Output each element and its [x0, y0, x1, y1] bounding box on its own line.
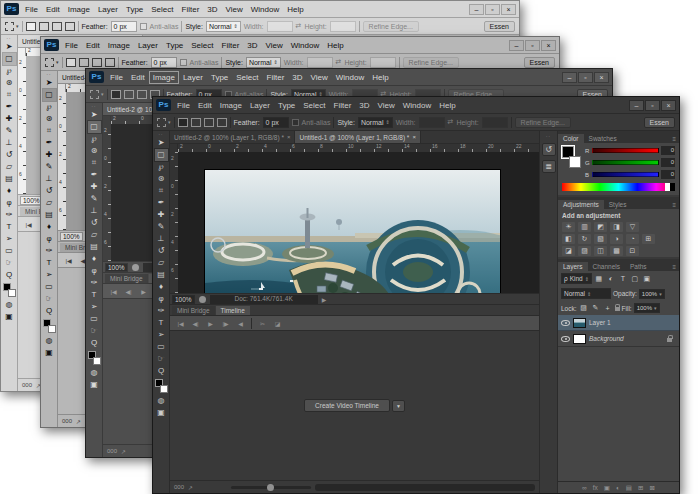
healing-brush-tool[interactable]: ✚ — [43, 149, 56, 161]
type-tool[interactable]: T — [155, 317, 168, 329]
clone-stamp-tool[interactable]: ⊥ — [88, 205, 101, 217]
height-field[interactable] — [370, 57, 396, 68]
clone-stamp-tool[interactable]: ⊥ — [3, 137, 16, 149]
lasso-tool[interactable]: ℘ — [88, 133, 101, 145]
lasso-tool[interactable]: ℘ — [155, 161, 168, 173]
menu-item-image[interactable]: Image — [64, 3, 94, 16]
blur-tool[interactable]: ♦ — [155, 281, 168, 293]
canvas-pasteboard[interactable] — [178, 152, 539, 293]
mini-bridge-icon[interactable] — [199, 296, 206, 303]
document-tab[interactable]: Untitled-2 @ 100% (Layer 1, RGB/8) *× — [170, 131, 295, 143]
ruler-corner[interactable] — [170, 144, 178, 152]
menu-item-edit[interactable]: Edit — [127, 71, 149, 84]
shortcut-arrow-icon[interactable]: ↗ — [188, 484, 193, 491]
path-selection-tool[interactable]: ➢ — [43, 269, 56, 281]
filter-shape-layers-icon[interactable]: ▢ — [630, 275, 640, 283]
gradient-tool[interactable]: ▤ — [3, 173, 16, 185]
menu-item-filter[interactable]: Filter — [178, 3, 204, 16]
height-field[interactable] — [482, 117, 508, 128]
tab-close-icon[interactable]: × — [412, 134, 416, 140]
brush-tool[interactable]: ✎ — [3, 125, 16, 137]
color-swatch-control[interactable] — [155, 379, 168, 393]
menu-item-file[interactable]: File — [21, 3, 42, 16]
path-selection-tool[interactable]: ➢ — [3, 233, 16, 245]
hand-tool[interactable]: ☞ — [88, 325, 101, 337]
add-to-selection-button[interactable] — [191, 118, 201, 127]
type-tool[interactable]: T — [3, 221, 16, 233]
menu-item-help[interactable]: Help — [435, 99, 459, 112]
brightness-contrast-icon[interactable]: ☀ — [562, 222, 575, 232]
filter-adjustment-layers-icon[interactable]: ◐ — [606, 275, 616, 282]
go-to-first-frame-button[interactable]: |◀ — [24, 221, 33, 228]
tab-timeline[interactable]: Timeline — [216, 306, 250, 315]
blur-tool[interactable]: ♦ — [43, 221, 56, 233]
workspace-switcher-button[interactable]: Essen — [524, 57, 555, 68]
antialias-checkbox[interactable] — [292, 119, 299, 126]
blur-tool[interactable]: ♦ — [88, 253, 101, 265]
shortcut-arrow-icon[interactable]: ↗ — [76, 418, 81, 425]
path-selection-tool[interactable]: ➢ — [88, 301, 101, 313]
layer-thumbnail[interactable] — [573, 318, 586, 328]
rectangle-tool[interactable]: ▭ — [88, 313, 101, 325]
screen-mode-button[interactable]: ▣ — [155, 407, 168, 419]
new-selection-button[interactable] — [26, 22, 36, 31]
hue-saturation-icon[interactable]: ◧ — [562, 234, 575, 244]
filter-pixel-layers-icon[interactable]: ▦ — [594, 275, 604, 283]
quick-selection-tool[interactable]: ⊛ — [3, 77, 16, 89]
ruler-corner[interactable] — [103, 116, 111, 124]
tab-swatches[interactable]: Swatches — [584, 134, 622, 143]
previous-frame-button[interactable]: ◀| — [124, 288, 133, 295]
play-button[interactable]: ▶ — [139, 288, 148, 295]
tab-mini-bridge[interactable]: Mini Bridge — [105, 274, 148, 283]
zoom-level-field[interactable]: 100% — [105, 263, 128, 272]
zoom-tool[interactable]: Q — [43, 305, 56, 317]
quick-mask-button[interactable]: ◍ — [3, 299, 16, 311]
lock-transparency-icon[interactable]: ▨ — [579, 304, 589, 312]
clone-stamp-tool[interactable]: ⊥ — [155, 233, 168, 245]
tool-preset-picker[interactable]: ▾ — [45, 58, 59, 67]
tool-preset-picker[interactable]: ▾ — [90, 90, 104, 99]
type-tool[interactable]: T — [43, 257, 56, 269]
menu-item-window[interactable]: Window — [399, 99, 435, 112]
timeline-zoom-slider[interactable] — [231, 486, 311, 489]
history-panel-icon[interactable]: ↺ — [542, 143, 556, 156]
menu-item-edit[interactable]: Edit — [82, 39, 104, 52]
color-panel-menu-icon[interactable]: ≡ — [669, 135, 679, 143]
style-select[interactable]: Normal⇕ — [358, 117, 393, 128]
minimize-button[interactable]: – — [509, 40, 524, 51]
lasso-tool[interactable]: ℘ — [43, 101, 56, 113]
crop-tool[interactable]: ⌗ — [3, 89, 16, 101]
pen-tool[interactable]: ✑ — [88, 277, 101, 289]
hand-tool[interactable]: ☞ — [3, 257, 16, 269]
fill-field[interactable]: 100%▾ — [634, 303, 660, 313]
rectangle-tool[interactable]: ▭ — [43, 281, 56, 293]
adjustments-panel-menu-icon[interactable]: ≡ — [669, 201, 679, 209]
feather-field[interactable]: 0 px — [151, 57, 177, 68]
new-selection-button[interactable] — [178, 118, 188, 127]
levels-icon[interactable]: ▥ — [578, 222, 591, 232]
healing-brush-tool[interactable]: ✚ — [88, 181, 101, 193]
channel-mixer-icon[interactable]: ◔ — [626, 234, 639, 244]
quick-selection-tool[interactable]: ⊛ — [88, 145, 101, 157]
vertical-ruler[interactable]: 2024681012 — [170, 152, 178, 293]
rectangular-marquee-tool[interactable]: ▢ — [43, 89, 56, 101]
tab-mini-bridge[interactable]: Mini Bridge — [172, 306, 215, 315]
photo-filter-icon[interactable]: ◑ — [610, 234, 623, 244]
subtract-from-selection-button[interactable] — [92, 58, 102, 67]
maximize-button[interactable]: ▫ — [578, 72, 593, 83]
menu-item-type[interactable]: Type — [274, 99, 299, 112]
exposure-icon[interactable]: ◨ — [610, 222, 623, 232]
spectrum-black-swatch[interactable] — [670, 183, 675, 191]
screen-mode-button[interactable]: ▣ — [3, 311, 16, 323]
timeline-scrollbar[interactable] — [315, 484, 535, 491]
background-color-swatch[interactable] — [160, 385, 168, 393]
healing-brush-tool[interactable]: ✚ — [155, 209, 168, 221]
menu-item-3d[interactable]: 3D — [288, 71, 306, 84]
vertical-ruler[interactable]: 2024681012 — [18, 56, 26, 194]
pen-tool[interactable]: ✑ — [43, 245, 56, 257]
add-to-selection-button[interactable] — [39, 22, 49, 31]
previous-frame-button[interactable]: ◀| — [191, 320, 200, 327]
menu-item-layer[interactable]: Layer — [179, 71, 207, 84]
blur-tool[interactable]: ♦ — [3, 185, 16, 197]
move-tool[interactable]: ➤ — [155, 137, 168, 149]
